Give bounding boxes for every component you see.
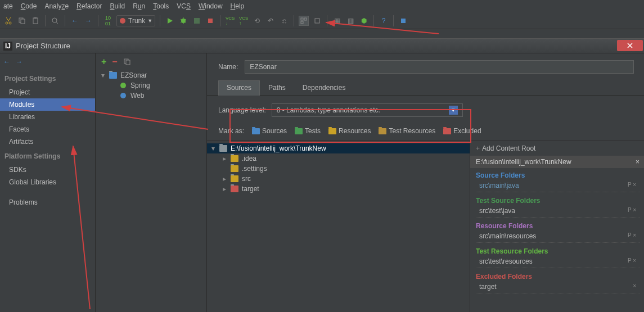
history-icon[interactable]: ⟲ (252, 16, 262, 26)
module-name: EZSonar (120, 71, 147, 79)
nav-facets[interactable]: Facets (0, 123, 95, 135)
close-button[interactable] (617, 40, 643, 51)
svg-point-0 (6, 22, 8, 24)
svg-point-7 (120, 18, 125, 24)
menu-build[interactable]: Build (110, 2, 125, 10)
name-label: Name: (218, 63, 238, 71)
nav-problems[interactable]: Problems (0, 196, 95, 209)
coverage-icon[interactable] (192, 16, 202, 26)
revert-icon[interactable]: ↶ (265, 16, 276, 26)
svg-point-6 (52, 18, 57, 22)
chevron-down-icon: ▾ (101, 71, 106, 79)
cut-icon[interactable] (3, 16, 13, 26)
nav-artifacts[interactable]: Artifacts (0, 135, 95, 148)
nav-sdks[interactable]: SDKs (0, 164, 95, 176)
language-level-select[interactable]: 8 - Lambdas, type annotations etc. ▼ (272, 103, 463, 117)
mark-test-resources-button[interactable]: Test Resources (379, 127, 435, 135)
nav-forward-icon[interactable]: → (16, 58, 22, 66)
plugin-icon[interactable] (398, 16, 408, 26)
app-icon: IJ (3, 42, 12, 51)
folder-settings[interactable]: .settings (207, 164, 470, 174)
menu-run[interactable]: Run (133, 2, 145, 10)
spring-icon (119, 82, 127, 89)
settings-icon[interactable] (312, 16, 322, 26)
nav-back-icon[interactable]: ← (3, 58, 10, 66)
remove-root-icon[interactable]: × (636, 158, 640, 166)
project-structure-icon[interactable] (299, 16, 309, 26)
mark-excluded-button[interactable]: Excluded (443, 127, 481, 135)
content-root-tree: ▾ E:\fusion\intellij_work\TrunkNew ▸ .id… (207, 141, 470, 312)
nav-modules[interactable]: Modules (0, 98, 95, 111)
branch-icon[interactable]: ⎌ (279, 16, 289, 26)
folder-idea[interactable]: ▸ .idea (207, 153, 470, 164)
folder-icon (219, 145, 227, 152)
menu-tools[interactable]: Tools (153, 2, 169, 10)
content-root[interactable]: ▾ E:\fusion\intellij_work\TrunkNew (207, 143, 470, 153)
mark-sources-button[interactable]: Sources (252, 127, 287, 135)
maven-icon[interactable]: ▥ (345, 16, 355, 26)
excluded-folder-item[interactable]: target× (470, 282, 644, 292)
run-icon[interactable] (165, 16, 175, 26)
chevron-right-icon: ▸ (223, 155, 227, 162)
menu-vcs[interactable]: VCS (177, 2, 191, 10)
svg-rect-11 (301, 18, 303, 20)
resource-folder-item[interactable]: src\main\resourcesP × (470, 231, 644, 241)
vcs-commit-icon[interactable]: VCS↑ (238, 16, 249, 26)
module-tabs: Sources Paths Dependencies (207, 80, 644, 96)
copy-module-icon[interactable] (123, 58, 131, 66)
tab-sources[interactable]: Sources (218, 80, 260, 96)
test-resource-folder-item[interactable]: src\test\resourcesP × (470, 256, 644, 266)
menu-refactor[interactable]: Refactor (76, 2, 102, 10)
gradle-icon[interactable]: ▦ (332, 16, 342, 26)
main-toolbar: ← → 1001 Trunk ▼ VCS↓ VCS↑ ⟲ ↶ ⎌ ▦ ▥ ⬢ ? (0, 12, 644, 29)
dialog-titlebar: IJ Project Structure (0, 39, 644, 53)
mark-tests-button[interactable]: Tests (295, 127, 321, 135)
language-level-label: Language level: (218, 106, 266, 114)
help-icon[interactable]: ? (379, 16, 389, 26)
forward-icon[interactable]: → (83, 16, 93, 26)
module-root[interactable]: ▾ EZSonar (96, 70, 206, 80)
debug-icon[interactable] (178, 16, 188, 26)
nav-project[interactable]: Project (0, 86, 95, 98)
vcs-update-icon[interactable]: VCS↓ (225, 16, 235, 26)
paste-icon[interactable] (30, 16, 40, 26)
tab-dependencies[interactable]: Dependencies (294, 80, 354, 95)
menu-code[interactable]: Code (21, 2, 37, 10)
menu-help[interactable]: Help (231, 2, 245, 10)
nav-global-libraries[interactable]: Global Libraries (0, 176, 95, 188)
module-icon (109, 72, 117, 79)
copy-icon[interactable] (17, 16, 27, 26)
facet-spring[interactable]: Spring (96, 80, 206, 91)
dialog-title: Project Structure (16, 42, 70, 50)
binary-icon[interactable]: 1001 (103, 16, 113, 26)
android-icon[interactable]: ⬢ (359, 16, 369, 26)
mark-resources-button[interactable]: Resources (328, 127, 371, 135)
module-name-input[interactable] (245, 60, 634, 74)
chevron-down-icon: ▼ (449, 106, 458, 115)
test-source-folder-item[interactable]: src\test\javaP × (470, 206, 644, 216)
menu-navigate[interactable]: ate (3, 2, 13, 10)
chevron-right-icon: ▸ (223, 175, 227, 183)
svg-rect-14 (315, 19, 319, 23)
menu-window[interactable]: Window (199, 2, 223, 10)
back-icon[interactable]: ← (70, 16, 80, 26)
folder-icon (231, 186, 238, 192)
main-menu-bar: ate Code Analyze Refactor Build Run Tool… (0, 0, 644, 12)
folder-target[interactable]: ▸ target (207, 184, 470, 194)
facet-web[interactable]: Web (96, 91, 206, 101)
search-icon[interactable] (50, 16, 60, 26)
tab-paths[interactable]: Paths (260, 80, 294, 95)
stop-icon[interactable] (205, 16, 215, 26)
mark-as-label: Mark as: (218, 127, 244, 135)
folder-src[interactable]: ▸ src (207, 174, 470, 184)
svg-point-20 (120, 83, 126, 88)
add-module-icon[interactable]: + (101, 57, 106, 67)
nav-libraries[interactable]: Libraries (0, 111, 95, 123)
add-content-root-button[interactable]: + Add Content Root (470, 141, 644, 156)
menu-analyze[interactable]: Analyze (44, 2, 69, 10)
svg-point-1 (9, 22, 11, 24)
run-config-selector[interactable]: Trunk ▼ (116, 15, 155, 26)
remove-module-icon[interactable]: − (112, 57, 117, 67)
section-project-settings: Project Settings (0, 70, 95, 86)
source-folder-item[interactable]: src\main\javaP × (470, 180, 644, 191)
